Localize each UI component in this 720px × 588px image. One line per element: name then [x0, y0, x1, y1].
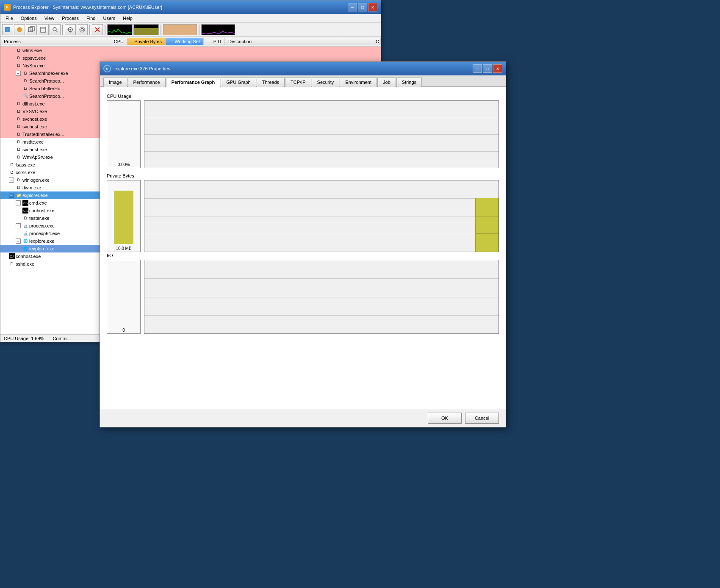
tab-job[interactable]: Job	[377, 78, 396, 87]
proc-icon-cmd: C:\	[22, 200, 28, 206]
proc-icon-svchost2: 🗋	[16, 124, 22, 130]
svg-point-17	[81, 28, 83, 31]
toolbar-btn-target[interactable]	[65, 24, 76, 35]
tab-tcp-ip[interactable]: TCP/IP	[285, 78, 311, 87]
cancel-button[interactable]: Cancel	[465, 413, 499, 424]
expand-procexp[interactable]: −	[16, 223, 21, 228]
cpu-large-graph	[144, 100, 499, 168]
col-pid[interactable]: PID	[204, 38, 225, 45]
col-cpu[interactable]: CPU	[102, 38, 127, 45]
proc-name-searchproto1: SearchProtoco...	[29, 78, 64, 83]
proc-icon-csrss: 🗋	[9, 169, 15, 175]
proc-icon-wlms: 🗋	[16, 47, 22, 53]
proc-icon-iexplore2: 🌐	[22, 246, 28, 252]
dialog-minimize-button[interactable]: ─	[473, 64, 482, 73]
maximize-button[interactable]: □	[358, 3, 367, 11]
tab-environment[interactable]: Environment	[340, 78, 377, 87]
expand-searchindexer[interactable]: −	[16, 71, 21, 76]
proc-name-winlogon: winlogon.exe	[22, 178, 50, 183]
toolbar-sep-3	[105, 25, 105, 35]
menu-options[interactable]: Options	[17, 15, 40, 22]
toolbar-btn-settings[interactable]	[77, 24, 88, 35]
col-c[interactable]: C	[372, 38, 381, 45]
proc-name-svchost3: svchost.exe	[22, 147, 47, 152]
dialog-maximize-button[interactable]: □	[483, 64, 492, 73]
io-label: I/O	[107, 253, 499, 258]
toolbar-btn-1[interactable]: ↑	[2, 24, 13, 35]
expand-explorer[interactable]: −	[9, 193, 14, 198]
proc-name-procexp64: procexp64.exe	[29, 231, 60, 236]
title-bar-controls: ─ □ ✕	[348, 3, 377, 11]
close-button[interactable]: ✕	[368, 3, 377, 11]
proc-icon-tester: 🗋	[22, 215, 28, 221]
tab-gpu-graph[interactable]: GPU Graph	[221, 78, 256, 87]
proc-icon-conhost1: C:\	[22, 208, 28, 214]
proc-icon-winlogon: 🗋	[16, 177, 22, 183]
tab-threads[interactable]: Threads	[257, 78, 285, 87]
tab-strings[interactable]: Strings	[396, 78, 422, 87]
expand-winlogon[interactable]: −	[9, 178, 14, 183]
dialog-close-button[interactable]: ✕	[493, 64, 502, 73]
toolbar-btn-5[interactable]	[50, 24, 61, 35]
toolbar: ↑	[0, 23, 381, 37]
proc-name-sppsvc: sppsvc.exe	[22, 55, 46, 61]
columns-header: Process CPU Private Bytes Working Set PI…	[0, 37, 381, 47]
ok-button[interactable]: OK	[428, 413, 462, 424]
proc-name-procexp: procexp.exe	[29, 223, 55, 228]
cpu-usage-row: 0.00%	[107, 100, 499, 168]
toolbar-btn-4[interactable]	[38, 24, 49, 35]
proc-icon-explorer: 📁	[16, 192, 22, 198]
proc-icon-procexp64: 🔬	[22, 230, 28, 236]
toolbar-btn-2[interactable]	[14, 24, 25, 35]
menu-find[interactable]: Find	[83, 15, 99, 22]
col-private-bytes[interactable]: Private Bytes	[127, 38, 166, 45]
process-row-sppsvc[interactable]: 🗋 sppsvc.exe	[0, 54, 381, 62]
proc-name-cmd: cmd.exe	[29, 200, 47, 205]
col-description[interactable]: Description	[225, 38, 372, 45]
expand-cmd[interactable]: −	[16, 200, 21, 205]
grid-line-1	[144, 118, 498, 118]
menu-process[interactable]: Process	[58, 15, 82, 22]
spike-grid-2	[476, 233, 498, 234]
dialog-title-bar: e iexplore.exe:376 Properties ─ □ ✕	[100, 62, 506, 75]
col-process[interactable]: Process	[0, 38, 102, 45]
proc-icon-conhost2: C:\	[9, 253, 15, 259]
proc-name-conhost1: conhost.exe	[29, 208, 54, 213]
io-grid-line-3	[144, 315, 498, 316]
proc-name-nissrv: NisSrv.exe	[22, 63, 44, 68]
menu-view[interactable]: View	[41, 15, 58, 22]
menu-bar: File Options View Process Find Users Hel…	[0, 14, 381, 23]
proc-icon-msdtc: 🗋	[16, 139, 22, 145]
col-working-set[interactable]: Working Set	[166, 38, 204, 45]
tab-performance[interactable]: Performance	[128, 78, 166, 87]
proc-name-tester: tester.exe	[29, 216, 50, 221]
svg-line-10	[56, 31, 58, 32]
proc-name-msdtc: msdtc.exe	[22, 139, 44, 144]
toolbar-btn-kill[interactable]	[92, 24, 103, 35]
dialog-ie-icon: e	[103, 65, 111, 72]
private-bytes-label: Private Bytes	[107, 173, 499, 178]
minimize-button[interactable]: ─	[348, 3, 357, 11]
proc-icon-lsass: 🗋	[9, 162, 15, 168]
menu-file[interactable]: File	[2, 15, 17, 22]
tab-performance-graph[interactable]: Performance Graph	[166, 78, 221, 87]
menu-help[interactable]: Help	[119, 15, 136, 22]
tab-image[interactable]: Image	[103, 78, 127, 87]
proc-name-iexplore1: iexplore.exe	[29, 239, 54, 244]
proc-name-iexplore2: iexplore.exe	[29, 246, 54, 251]
tab-security[interactable]: Security	[312, 78, 340, 87]
toolbar-btn-3[interactable]	[26, 24, 37, 35]
spike-edge	[498, 198, 498, 252]
dialog-content: CPU Usage 0.00% Private Bytes	[100, 87, 506, 409]
expand-iexplore[interactable]: −	[16, 239, 21, 244]
spike-fill	[475, 198, 498, 252]
proc-name-searchindexer: SearchIndexer.exe	[29, 71, 68, 76]
process-row-wlms[interactable]: 🗋 wlms.exe	[0, 47, 381, 54]
app-icon: P	[4, 4, 11, 11]
proc-icon-dllhost: 🗋	[16, 101, 22, 107]
menu-users[interactable]: Users	[100, 15, 119, 22]
title-bar-left: P Process Explorer - Sysinternals: www.s…	[4, 4, 162, 11]
dialog-tabs: Image Performance Performance Graph GPU …	[100, 75, 506, 87]
proc-name-svchost2: svchost.exe	[22, 124, 47, 129]
proc-name-wmiapsrv: WmiApSrv.exe	[22, 155, 53, 160]
